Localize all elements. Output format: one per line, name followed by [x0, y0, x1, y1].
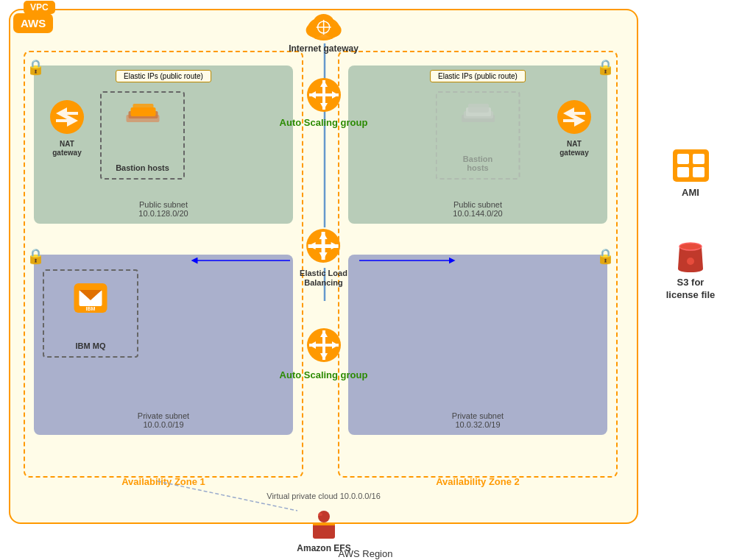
s3-label: S3 for license file	[661, 277, 720, 302]
elastic-ip-banner-2: Elastic IPs (public route)	[430, 70, 526, 82]
svg-rect-21	[468, 104, 489, 113]
svg-point-62	[687, 258, 694, 265]
svg-point-52	[318, 511, 330, 522]
ibmmq-box: IBM IBM MQ	[43, 269, 138, 358]
svg-text:IBM: IBM	[86, 306, 96, 311]
lock-icon-2: 🔒	[596, 58, 615, 76]
vpc-cidr-label: Virtual private cloud 10.0.0.0/16	[266, 492, 381, 500]
vpc-label: VPC	[24, 1, 55, 14]
private-subnet-2-label: Private subnet 10.0.32.0/19	[452, 411, 504, 429]
auto-scaling-icon-1	[306, 77, 342, 116]
private-subnet-2: 🔒 Private subnet 10.0.32.0/19	[348, 255, 607, 435]
amazon-efs: Amazon EFS	[287, 508, 361, 553]
private-subnet-1-label: Private subnet 10.0.0.0/19	[138, 411, 189, 429]
svg-rect-13	[133, 104, 153, 113]
az1-box: Availability Zone 1 Elastic IPs (public …	[24, 51, 303, 478]
nat-gateway-1: NATgateway	[45, 99, 89, 157]
bastion-box-2: Bastionhosts	[436, 91, 520, 180]
region-label: AWS Region	[339, 548, 393, 559]
svg-rect-54	[313, 522, 335, 525]
auto-scaling-icon-2	[306, 327, 342, 366]
ibm-mq-label: IBM MQ	[76, 341, 106, 350]
az2-label: Availability Zone 2	[436, 476, 520, 487]
elb-label: Elastic LoadBalancing	[300, 269, 347, 288]
private-subnet-1: 🔒 IBM IBM MQ	[34, 255, 293, 435]
svg-rect-45	[309, 344, 339, 347]
nat-gateway-2: NATgateway	[552, 99, 596, 157]
svg-rect-58	[677, 167, 689, 177]
public-subnet-2: Elastic IPs (public route) 🔒 Bastionhost…	[348, 65, 607, 224]
internet-gateway: Internet gateway	[289, 7, 359, 54]
lock-icon-3: 🔒	[27, 247, 45, 265]
svg-rect-57	[693, 154, 704, 164]
public-subnet-2-label: Public subnet 10.0.144.0/20	[453, 200, 502, 218]
svg-rect-56	[677, 154, 689, 164]
svg-rect-31	[309, 93, 339, 96]
auto-scaling-group-label-1: Auto Scaling group	[280, 117, 368, 128]
elastic-ip-banner-1: Elastic IPs (public route)	[116, 70, 211, 82]
bastion-hosts-1-label: Bastion hosts	[116, 163, 169, 172]
auto-scaling-group-label-2: Auto Scaling group	[280, 369, 368, 380]
public-subnet-1: Elastic IPs (public route) 🔒 NATgateway	[34, 65, 293, 224]
svg-point-53	[318, 513, 322, 516]
vpc-container: VPC Internet gatewa	[9, 9, 638, 524]
lock-icon-4: 🔒	[596, 247, 615, 265]
internet-gateway-label: Internet gateway	[289, 43, 359, 54]
bastion-box-1: Bastion hosts	[100, 91, 185, 180]
az1-label: Availability Zone 1	[121, 476, 205, 487]
ami-label: AMI	[661, 187, 720, 198]
nat-gateway-2-label: NATgateway	[552, 140, 596, 157]
nat-gateway-1-label: NATgateway	[45, 140, 89, 157]
ami-section: AMI	[661, 147, 720, 198]
az2-box: Availability Zone 2 Elastic IPs (public …	[338, 51, 618, 478]
svg-rect-38	[308, 244, 339, 248]
public-subnet-1-label: Public subnet 10.0.128.0/20	[138, 200, 188, 218]
bastion-hosts-2-label: Bastionhosts	[463, 155, 492, 172]
svg-rect-59	[693, 167, 704, 177]
elastic-load-balancing: Elastic LoadBalancing	[300, 227, 347, 288]
s3-section: S3 for license file	[661, 235, 720, 302]
aws-badge: AWS	[13, 13, 53, 33]
lock-icon-1: 🔒	[27, 58, 45, 76]
